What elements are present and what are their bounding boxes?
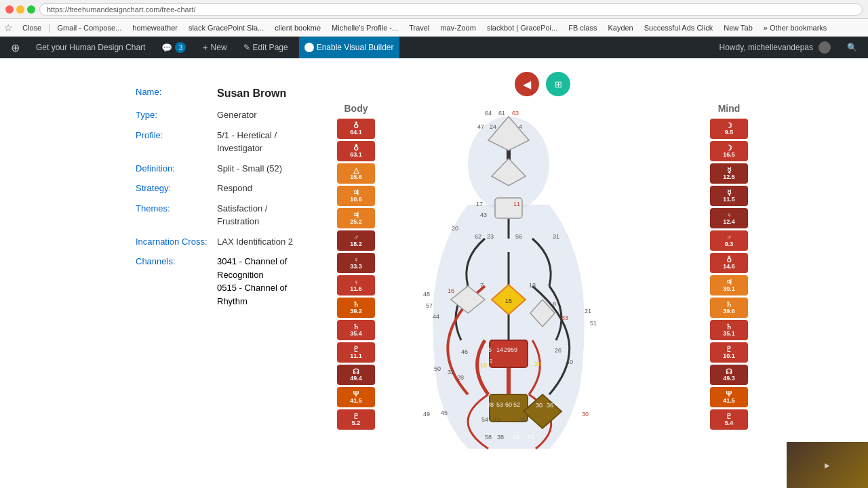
wp-edit-item[interactable]: ✎ Edit Page — [238, 37, 294, 58]
gate-31: 31 — [553, 233, 559, 240]
body-tile-12[interactable]: Ψ41.5 — [337, 387, 375, 407]
nav-arrows: ◀ ⊞ — [515, 72, 570, 96]
next-button[interactable]: ⊞ — [546, 72, 570, 96]
mind-tiles: ☽9.5☽16.5☿12.5☿11.5♀12.4♂9.3♁14.6♃30.1♄3… — [710, 119, 748, 432]
wp-comments-item[interactable]: 💬 3 — [156, 37, 191, 58]
body-tile-1[interactable]: ♁63.1 — [337, 141, 375, 161]
wp-howdy-text: Howdy, michellevandepas — [719, 43, 813, 52]
mind-tile-9[interactable]: ♄35.1 — [710, 320, 748, 340]
body-tile-7[interactable]: ♀11.6 — [337, 275, 375, 296]
bookmark-fb[interactable]: FB class — [564, 22, 601, 33]
wp-site-item[interactable]: Get your Human Design Chart — [31, 37, 151, 58]
bookmark-close[interactable]: Close — [18, 22, 45, 33]
maximize-btn[interactable] — [27, 5, 35, 14]
bookmark-mav[interactable]: mav-Zoom — [436, 22, 480, 33]
gate-11: 11 — [513, 201, 520, 207]
wp-edit-label: Edit Page — [253, 43, 288, 52]
body-tile-0[interactable]: ♁64.1 — [337, 119, 375, 139]
gate-59: 59 — [511, 346, 517, 353]
themes-value: Satisfaction / Frustration — [217, 202, 312, 228]
mind-tile-7[interactable]: ♃30.1 — [710, 275, 748, 296]
bodygraph: 64 61 63 47 24 4 17 11 43 20 31 — [380, 103, 705, 455]
wp-howdy-item[interactable]: Howdy, michellevandepas — [713, 37, 836, 58]
gate-54: 54 — [481, 416, 488, 423]
mind-tile-12[interactable]: Ψ41.5 — [710, 387, 748, 407]
incarnation-label: Incarnation Cross: — [136, 235, 217, 249]
body-tile-4[interactable]: ♃25.2 — [337, 208, 375, 228]
wp-visual-builder-item[interactable]: Enable Visual Builder — [299, 37, 399, 58]
mind-tile-1[interactable]: ☽16.5 — [710, 141, 748, 161]
gate-bottom1: 58 — [485, 434, 492, 441]
bookmark-kayden[interactable]: Kayden — [604, 22, 637, 33]
mind-tile-8[interactable]: ♄39.6 — [710, 298, 748, 318]
body-tile-9[interactable]: ♄35.4 — [337, 320, 375, 340]
gate-46: 46 — [461, 348, 468, 355]
bookmark-other[interactable]: » Other bookmarks — [760, 22, 831, 33]
channels-label: Channels: — [136, 255, 217, 308]
body-tile-2[interactable]: △15.6 — [337, 163, 375, 184]
body-tile-5[interactable]: ♂18.2 — [337, 230, 375, 251]
body-tile-10[interactable]: ♇11.1 — [337, 342, 375, 363]
mind-tile-2[interactable]: ☿12.5 — [710, 163, 748, 184]
gate-62: 62 — [475, 233, 481, 240]
gate-emo2: 36 — [547, 402, 553, 409]
gate-61: 61 — [498, 110, 505, 117]
wp-visual-builder-label: Enable Visual Builder — [317, 43, 394, 52]
wp-site-label: Get your Human Design Chart — [36, 43, 145, 52]
mind-column: Mind ☽9.5☽16.5☿12.5☿11.5♀12.4♂9.3♁14.6♃3… — [705, 103, 753, 432]
mind-tile-4[interactable]: ♀12.4 — [710, 208, 748, 228]
minimize-btn[interactable] — [16, 5, 24, 14]
wp-new-item[interactable]: + New — [197, 37, 232, 58]
gate-25-s: 25 — [534, 361, 541, 367]
mind-tile-0[interactable]: ☽9.5 — [710, 119, 748, 139]
gate-lower1: 49 — [423, 411, 430, 418]
gate-50: 50 — [434, 365, 441, 372]
mind-tile-5[interactable]: ♂9.3 — [710, 230, 748, 251]
body-tile-6[interactable]: ♀33.3 — [337, 253, 375, 273]
channels-values: 3041 - Channel of Recognition 0515 - Cha… — [217, 255, 312, 308]
mind-tile-13[interactable]: ♇5.4 — [710, 409, 748, 430]
definition-value: Split - Small (52) — [217, 162, 282, 176]
bookmark-newtab[interactable]: New Tab — [719, 22, 757, 33]
type-value: Generator — [217, 108, 257, 122]
bookmark-slack[interactable]: slack GracePoint Sla... — [184, 22, 268, 33]
mind-tile-11[interactable]: ☊49.3 — [710, 365, 748, 385]
gate-53b: 19 — [494, 416, 500, 423]
bookmark-home[interactable]: homeweather — [128, 22, 182, 33]
gate-26: 26 — [555, 347, 561, 354]
bookmark-ads[interactable]: Successful Ads Click — [640, 22, 717, 33]
bookmarks-bar: ☆ Close | Gmail - Compose... homeweather… — [0, 19, 868, 37]
gate-16: 16 — [448, 287, 454, 294]
mind-tile-10[interactable]: ♇10.1 — [710, 342, 748, 363]
bookmark-slackbot[interactable]: slackbot | GracePoi... — [483, 22, 561, 33]
mind-tile-6[interactable]: ♁14.6 — [710, 253, 748, 273]
bookmark-gmail[interactable]: Gmail - Compose... — [54, 22, 126, 33]
bookmark-travel[interactable]: Travel — [405, 22, 433, 33]
body-column: Body ♁64.1♁63.1△15.6♃10.6♃25.2♂18.2♀33.3… — [332, 103, 380, 432]
body-tile-13[interactable]: ♇5.2 — [337, 409, 375, 430]
bodygraph-svg: 64 61 63 47 24 4 17 11 43 20 31 — [380, 103, 637, 455]
wp-new-label: New — [211, 43, 227, 52]
body-tile-3[interactable]: ♃10.6 — [337, 186, 375, 206]
url-bar[interactable]: https://freehumandesignchart.com/free-ch… — [39, 3, 863, 16]
close-btn[interactable] — [5, 5, 14, 14]
gate-lower2: 30 — [582, 411, 589, 418]
profile-value: 5/1 - Heretical / Investigator — [217, 129, 312, 155]
body-tile-11[interactable]: ☊49.4 — [337, 365, 375, 385]
bookmark-michelle[interactable]: Michelle's Profile -... — [328, 22, 402, 33]
browser-bar: https://freehumandesignchart.com/free-ch… — [0, 0, 868, 19]
wp-logo-item[interactable]: ⊕ — [5, 37, 25, 58]
wp-search-item[interactable]: 🔍 — [842, 37, 863, 58]
main-content: Name: Susan Brown Type: Generator Profil… — [0, 58, 868, 469]
body-header: Body — [344, 103, 368, 114]
body-tile-8[interactable]: ♄39.2 — [337, 298, 375, 318]
url-text: https://freehumandesignchart.com/free-ch… — [47, 5, 196, 14]
mind-tile-3[interactable]: ☿11.5 — [710, 186, 748, 206]
prev-button[interactable]: ◀ — [515, 72, 539, 96]
incarnation-value: LAX Identification 2 — [217, 235, 293, 249]
bookmark-client[interactable]: client bookme — [271, 22, 325, 33]
type-label: Type: — [136, 108, 217, 122]
chart-wrapper: Body ♁64.1♁63.1△15.6♃10.6♃25.2♂18.2♀33.3… — [326, 103, 760, 455]
definition-row: Definition: Split - Small (52) — [136, 162, 312, 176]
gate-root-m: 53 — [496, 401, 503, 408]
